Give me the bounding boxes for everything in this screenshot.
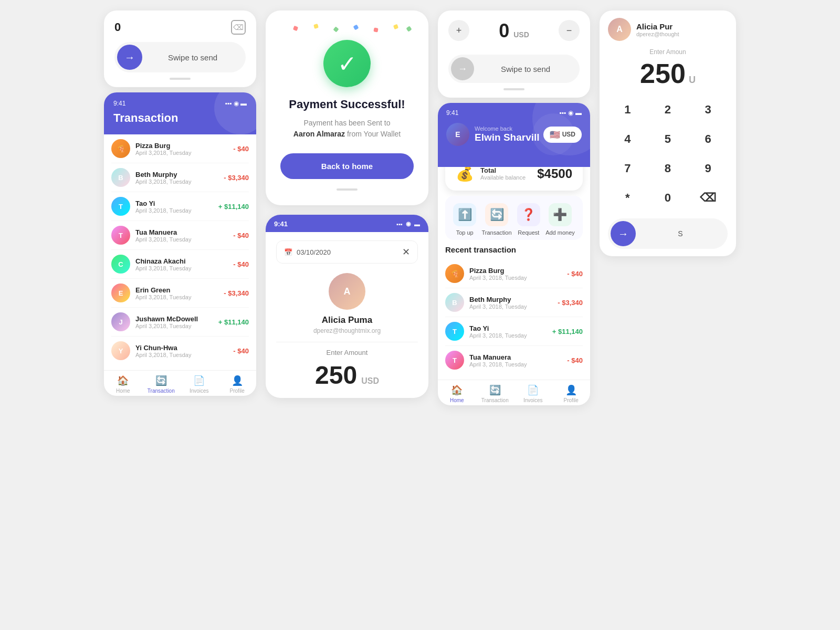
delete-icon[interactable]: ⌫ xyxy=(231,20,246,35)
trans-amount: - $40 xyxy=(233,145,249,153)
trans-date: April 3,2018, Tuesday xyxy=(135,150,233,156)
wallet-user-text: Welcome back Elwin Sharvill xyxy=(475,125,540,143)
action-topup[interactable]: ⬆️ Top up xyxy=(453,203,476,236)
wallet-nav-invoices[interactable]: 📄 Invoices xyxy=(514,384,552,403)
keypad-amount-value: 250 xyxy=(640,58,686,89)
wallet-user-info: E Welcome back Elwin Sharvill xyxy=(446,123,540,146)
modal-date-row: 📅 03/10/2020 ✕ xyxy=(276,240,418,264)
wallet-home-label: Home xyxy=(450,397,464,403)
wallet-invoices-label: Invoices xyxy=(523,397,543,403)
keypad-swipe-row[interactable]: → S xyxy=(608,218,728,249)
keypad-key[interactable]: 4 xyxy=(608,125,647,153)
keypad-key[interactable]: 1 xyxy=(608,96,647,124)
transaction-item[interactable]: E Erin Green April 3,2018, Tuesday - $3,… xyxy=(111,279,249,308)
swipe-label: Swipe to send xyxy=(142,53,243,62)
nav-transaction[interactable]: 🔄 Transaction xyxy=(142,375,181,394)
keypad-key[interactable]: 2 xyxy=(648,96,688,124)
keypad-key[interactable]: 6 xyxy=(688,125,728,153)
payment-success-desc: Payment has been Sent to Aaron Almaraz f… xyxy=(293,118,401,140)
transaction-item[interactable]: T Tao Yi April 3,2018, Tuesday + $11,140 xyxy=(111,192,249,221)
recent-title: Recent transaction xyxy=(445,245,583,254)
nav-profile[interactable]: 👤 Profile xyxy=(218,375,257,394)
wallet-trans-item[interactable]: T Tao Yi April 3, 2018, Tuesday + $11,14… xyxy=(445,317,583,346)
home-icon: 🏠 xyxy=(117,375,129,386)
trans-avatar: J xyxy=(111,312,130,331)
close-button[interactable]: ✕ xyxy=(402,246,410,258)
keypad-key[interactable]: ⌫ xyxy=(688,184,728,212)
swipe-card-gray: + 0 USD − → Swipe to send xyxy=(438,10,590,98)
transaction-item[interactable]: C Chinaza Akachi April 3,2018, Tuesday -… xyxy=(111,250,249,279)
wallet-nav-transaction[interactable]: 🔄 Transaction xyxy=(476,384,514,403)
swipe-arrow-button[interactable]: → xyxy=(117,45,142,70)
action-transaction[interactable]: 🔄 Transaction xyxy=(481,203,511,236)
trans-date: April 3,2018, Tuesday xyxy=(135,265,233,271)
wallet-trans-info: Tao Yi April 3, 2018, Tuesday xyxy=(469,324,552,339)
modal-body: 📅 03/10/2020 ✕ A Alicia Puma dperez@thou… xyxy=(266,232,428,398)
transaction-item[interactable]: T Tua Manuera April 3,2018, Tuesday - $4… xyxy=(111,221,249,250)
keypad-amount-row: 250 U xyxy=(608,58,728,89)
trans-name: Tua Manuera xyxy=(135,228,233,236)
trans-info: Chinaza Akachi April 3,2018, Tuesday xyxy=(135,257,233,271)
keypad-key[interactable]: 8 xyxy=(648,154,688,183)
wallet-trans-name: Pizza Burg xyxy=(469,267,567,275)
trans-name: Yi Chun-Hwa xyxy=(135,344,233,352)
keypad-key[interactable]: 3 xyxy=(688,96,728,124)
nav-invoices[interactable]: 📄 Invoices xyxy=(180,375,218,394)
wallet-trans-amount: - $40 xyxy=(567,270,583,278)
trans-name: Erin Green xyxy=(135,286,224,294)
trans-date: April 3,2018, Tuesday xyxy=(135,294,224,300)
wallet-trans-avatar: B xyxy=(445,293,464,312)
minus-button[interactable]: − xyxy=(559,20,580,41)
trans-avatar: C xyxy=(111,255,130,274)
keypad-card: A Alicia Pur dperez@thought Enter Amoun … xyxy=(600,10,736,256)
nav-profile-label: Profile xyxy=(230,388,245,394)
keypad-key[interactable]: * xyxy=(608,184,647,212)
wallet-trans-item[interactable]: 🍕 Pizza Burg April 3, 2018, Tuesday - $4… xyxy=(445,259,583,288)
success-checkmark-icon: ✓ xyxy=(323,40,371,87)
transaction-item[interactable]: Y Yi Chun-Hwa April 3,2018, Tuesday - $4… xyxy=(111,337,249,365)
trans-amount: + $11,140 xyxy=(218,203,249,211)
request-icon: ❓ xyxy=(517,203,540,226)
keypad-key[interactable]: 5 xyxy=(648,125,688,153)
swipe-button-gray[interactable]: → Swipe to send xyxy=(448,55,580,83)
wallet-trans-item[interactable]: T Tua Manuera April 3, 2018, Tuesday - $… xyxy=(445,346,583,374)
wallet-transaction-list: 🍕 Pizza Burg April 3, 2018, Tuesday - $4… xyxy=(445,259,583,374)
action-addmoney[interactable]: ➕ Add money xyxy=(545,203,575,236)
swipe-arrow-gray[interactable]: → xyxy=(451,57,474,80)
keypad-swipe-circle[interactable]: → xyxy=(611,221,636,246)
invoices-icon: 📄 xyxy=(193,375,205,386)
trans-avatar: 🍕 xyxy=(111,139,130,158)
balance-text: Total Available balance xyxy=(480,166,526,181)
swipe-button-row[interactable]: → Swipe to send xyxy=(114,42,246,72)
plus-button[interactable]: + xyxy=(448,20,469,41)
trans-amount: - $3,340 xyxy=(224,174,249,182)
balance-label: Total xyxy=(480,166,526,174)
keypad-key[interactable]: 7 xyxy=(608,154,647,183)
wallet-trans-date: April 3, 2018, Tuesday xyxy=(469,361,567,368)
transaction-icon: 🔄 xyxy=(155,375,167,386)
back-home-button[interactable]: Back to home xyxy=(280,153,414,179)
transaction-item[interactable]: J Jushawn McDowell April 3,2018, Tuesday… xyxy=(111,308,249,337)
modal-avatar: A xyxy=(329,273,365,310)
trans-name: Pizza Burg xyxy=(135,142,233,150)
action-request[interactable]: ❓ Request xyxy=(517,203,540,236)
trans-amount: - $40 xyxy=(233,232,249,239)
transaction-item[interactable]: B Beth Murphy April 3,2018, Tuesday - $3… xyxy=(111,163,249,192)
wallet-trans-info: Tua Manuera April 3, 2018, Tuesday xyxy=(469,353,567,368)
wallet-nav-profile[interactable]: 👤 Profile xyxy=(552,384,591,403)
wallet-header: 9:41 ▪▪▪ ◉ ▬ E Welcome back Elwin Sharvi… xyxy=(438,103,590,167)
transaction-list: 🍕 Pizza Burg April 3,2018, Tuesday - $40… xyxy=(104,134,256,370)
currency-label: USD xyxy=(361,376,379,386)
transaction-item[interactable]: 🍕 Pizza Burg April 3,2018, Tuesday - $40 xyxy=(111,134,249,163)
wallet-nav-home[interactable]: 🏠 Home xyxy=(438,384,476,403)
transaction-action-label: Transaction xyxy=(481,229,511,236)
keypad-key[interactable]: 9 xyxy=(688,154,728,183)
wallet-trans-item[interactable]: B Beth Murphy April 3, 2018, Tuesday - $… xyxy=(445,288,583,317)
nav-home[interactable]: 🏠 Home xyxy=(104,375,142,394)
keypad-grid: 123456789*0⌫ xyxy=(600,96,736,212)
keypad-key[interactable]: 0 xyxy=(648,184,688,212)
profile-icon: 👤 xyxy=(232,375,243,386)
trans-avatar: T xyxy=(111,226,130,245)
column-3: + 0 USD − → Swipe to send 9:41 ▪▪▪ ◉ ▬ xyxy=(438,10,590,405)
wallet-trans-date: April 3, 2018, Tuesday xyxy=(469,332,552,339)
